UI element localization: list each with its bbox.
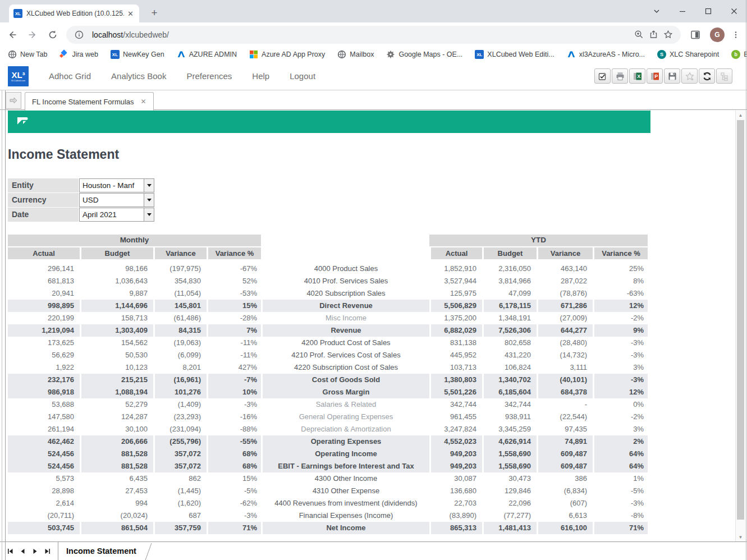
forward-icon[interactable] [25,27,40,43]
bookmark-label: XLC Sharepoint [670,51,719,58]
ytd-value: 1,375,200 [429,312,482,324]
row-label: Cost of Goods Sold [261,374,429,386]
url-bar[interactable]: localhost/xlcubedweb/ [66,26,681,44]
new-tab-button[interactable]: + [147,6,162,20]
window-controls [644,0,747,22]
monthly-value: 220,199 [8,312,80,324]
date-dropdown-button[interactable] [144,208,154,221]
bookmark-item[interactable]: XLXLCubed Web Editi... [475,50,554,59]
filters: Entity Houston - Manf Currency USD Date … [8,178,154,222]
favorite-button[interactable] [681,68,698,84]
entity-dropdown-button[interactable] [144,179,154,192]
menu-item-preferences[interactable]: Preferences [186,71,232,81]
monthly-value: 101,276 [153,386,207,398]
ytd-value: 342,744 [482,398,537,411]
ytd-value: 47,099 [482,287,537,300]
ytd-value: (83,890) [429,509,482,522]
tab-close-icon[interactable]: ✕ [126,9,135,19]
bookmark-item[interactable]: SXLC Sharepoint [657,50,719,59]
print-button[interactable] [612,68,628,84]
site-info-icon[interactable] [72,27,86,42]
scroll-down-icon[interactable]: ▼ [736,533,745,541]
sheet-navigation [0,548,58,555]
column-header: Budget [80,247,153,259]
monthly-value: 27,453 [80,485,153,497]
first-sheet-icon[interactable] [7,548,14,555]
xlcubed-icon: XL [475,50,484,59]
bookmark-label: New Tab [20,51,47,58]
ytd-value: 7,526,306 [482,324,537,337]
ytd-value: 3% [593,423,648,435]
bookmark-item[interactable]: Azure AD App Proxy [249,50,325,59]
monthly-value: -11% [207,337,261,349]
page-title: Income Statement [8,147,119,162]
monthly-value: -67% [207,263,261,275]
date-select[interactable]: April 2021 [79,208,154,222]
last-sheet-icon[interactable] [44,548,51,555]
menu-item-logout[interactable]: Logout [290,71,315,81]
scroll-up-icon[interactable]: ▲ [736,111,745,120]
bookmark-star-icon[interactable] [661,27,675,42]
back-icon[interactable] [4,27,20,43]
minimize-icon[interactable] [670,0,695,22]
monthly-value: 354,830 [153,275,207,287]
currency-select[interactable]: USD [79,193,154,207]
bookmark-label: Google Maps - OE... [398,51,462,58]
ytd-value: (28,480) [537,337,593,349]
bookmark-label: xl3AzureAS - Micro... [579,51,645,58]
ytd-value: -63% [593,287,648,300]
bookmark-item[interactable]: xl3AzureAS - Micro... [567,50,645,59]
bookmark-item[interactable]: XLNewKey Gen [111,50,164,59]
refresh-button[interactable] [699,68,715,84]
bookmark-item[interactable]: Jira web [59,50,98,59]
browser-menu-kebab-icon[interactable] [728,27,744,43]
zoom-icon[interactable] [631,27,646,42]
export-powerpoint-button[interactable]: P [647,68,663,84]
reload-icon[interactable] [45,27,61,43]
browser-tab[interactable]: XL XLCubed Web Edition (10.0.125.0 ✕ [9,4,139,22]
close-icon[interactable] [721,0,747,22]
export-excel-button[interactable]: X [629,68,645,84]
entity-select[interactable]: Houston - Manf [79,178,154,192]
bookmark-item[interactable]: Mailbox [337,50,374,59]
ytd-value: 1,852,910 [429,263,482,275]
scrollbar-thumb[interactable] [737,120,744,520]
tab-search-chevron-icon[interactable] [644,0,670,22]
ytd-value: 1,380,803 [429,374,482,386]
menu-item-help[interactable]: Help [252,71,269,81]
currency-dropdown-button[interactable] [144,194,154,206]
save-button[interactable] [664,68,680,84]
report-banner [8,111,650,133]
bookmark-item[interactable]: New Tab [8,50,47,59]
monthly-value: 524,456 [8,460,80,472]
content-left-border [5,90,6,560]
monthly-value: -16% [207,411,261,423]
share-icon[interactable] [646,27,661,42]
monthly-value: 84,315 [153,324,207,337]
group-header-monthly: Monthly [8,235,261,247]
next-sheet-icon[interactable] [31,548,39,555]
edit-grid-button[interactable] [594,68,611,84]
sheet-tab-income-statement[interactable]: Income Statement [58,542,144,560]
layout-tree-button[interactable] [716,68,732,84]
prev-sheet-icon[interactable] [19,548,26,555]
monthly-value: (255,796) [153,435,207,448]
monthly-value: 861,504 [80,522,153,534]
side-panel-icon[interactable] [688,27,703,43]
tab-scroll-arrow-icon[interactable] [6,92,21,109]
menu-item-adhoc-grid[interactable]: Adhoc Grid [49,71,91,81]
profile-avatar[interactable]: G [710,27,725,42]
bookmark-item[interactable]: Google Maps - OE... [386,50,462,59]
bookmark-item[interactable]: bBamboo [731,50,747,59]
vertical-scrollbar[interactable]: ▲ ▼ [735,111,745,541]
monthly-value: 6,435 [80,472,153,485]
report-tab[interactable]: FL Income Statement Formulas ✕ [25,92,154,111]
maximize-icon[interactable] [695,0,721,22]
monthly-value: (1,409) [153,398,207,411]
ytd-value: 30,473 [482,472,537,485]
monthly-value: 53,688 [8,398,80,411]
bookmark-item[interactable]: AZURE ADMIN [177,50,237,59]
row-label: EBIT - Earnings before Interest and Tax [261,460,429,472]
report-tab-close-icon[interactable]: ✕ [141,98,146,105]
menu-item-analytics-book[interactable]: Analytics Book [111,71,166,81]
